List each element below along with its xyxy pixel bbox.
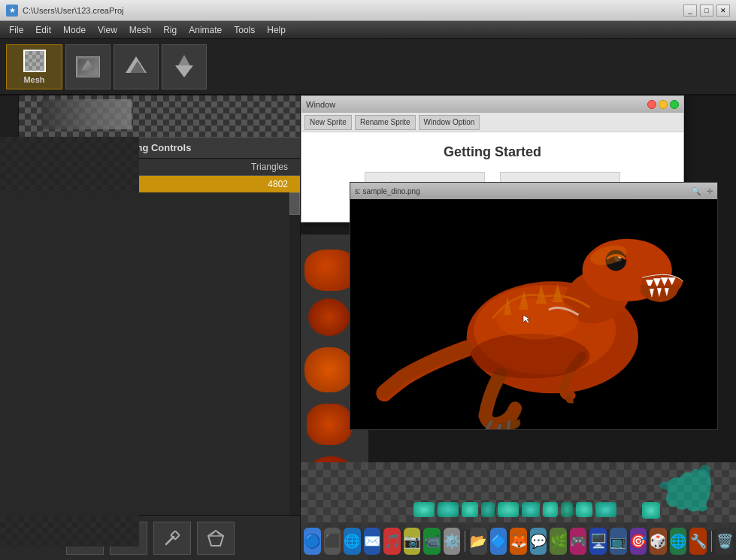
maximize-btn[interactable]: □ xyxy=(700,5,713,17)
menu-mesh[interactable]: Mesh xyxy=(123,23,157,37)
menu-edit[interactable]: Edit xyxy=(29,23,57,37)
window-controls: _ □ ✕ xyxy=(683,5,730,17)
meshing-controls-header: Meshing Controls xyxy=(0,137,300,159)
taskbar-icon-7[interactable]: 📹 xyxy=(423,528,441,555)
new-sprite-button[interactable]: New Sprite xyxy=(304,115,352,130)
glow-item-4 xyxy=(481,502,495,517)
menu-rig[interactable]: Rig xyxy=(157,23,183,37)
mesh-name-cell: TextureMesh0 xyxy=(0,176,180,193)
mesh-triangles-cell: 4802 xyxy=(180,176,300,193)
title-bar: ★ C:\Users\User\123.creaProj _ □ ✕ xyxy=(0,0,736,21)
getting-started-toolbar: New Sprite Rename Sprite Window Option xyxy=(301,113,683,132)
mac-taskbar: 🔵 ⬛ 🌐 ✉️ 🎵 📷 📹 ⚙️ 📂 🔷 🦊 💬 🌿 🎮 🖥️ 📺 🎯 🎲 🌐… xyxy=(301,522,736,560)
frame-tool-icon xyxy=(76,56,100,77)
getting-started-titlebar: Window xyxy=(301,96,683,113)
sprite-piece-4 xyxy=(307,404,352,445)
left-panel: Meshing Controls Meshes Triangles Textur… xyxy=(0,95,301,560)
dino-canvas[interactable] xyxy=(350,199,717,429)
dino-viewport-titlebar: s: sample_dino.png 🔍 ✛ xyxy=(350,183,717,199)
taskbar-separator xyxy=(465,531,465,552)
main-content: Meshing Controls Meshes Triangles Textur… xyxy=(0,95,736,560)
svg-marker-4 xyxy=(208,531,223,546)
meshes-column-header: Meshes xyxy=(0,159,180,176)
taskbar-trash-icon[interactable]: 🗑️ xyxy=(716,528,733,555)
glow-item-9 xyxy=(576,502,592,517)
taskbar-icon-6[interactable]: 📷 xyxy=(404,528,421,555)
svg-marker-1 xyxy=(121,531,136,544)
menu-file[interactable]: File xyxy=(3,23,29,37)
taskbar-icon-8[interactable]: ⚙️ xyxy=(444,528,461,555)
taskbar-icon-15[interactable]: 🖥️ xyxy=(589,528,607,555)
rename-sprite-button[interactable]: Rename Sprite xyxy=(355,115,416,130)
triangles-tool-button[interactable] xyxy=(114,44,159,89)
glow-items-row xyxy=(413,502,660,519)
window-option-button[interactable]: Window Option xyxy=(419,115,480,130)
glow-item-10 xyxy=(595,502,616,517)
diamond-icon xyxy=(207,529,225,547)
frame-tool-button[interactable] xyxy=(65,44,111,89)
paint-tool-icon xyxy=(171,53,198,80)
gs-close-btn[interactable] xyxy=(647,100,656,109)
menu-animate[interactable]: Animate xyxy=(183,23,228,37)
taskbar-icon-1[interactable]: 🔵 xyxy=(304,528,321,555)
zoom-icon: 🔍 xyxy=(692,187,701,195)
taskbar-icon-11[interactable]: 🦊 xyxy=(510,528,527,555)
sprite-piece-3 xyxy=(304,347,353,392)
taskbar-icon-5[interactable]: 🎵 xyxy=(383,528,401,555)
glow-item-6 xyxy=(522,502,540,517)
preview-sidebar xyxy=(0,95,19,137)
glow-item-8 xyxy=(561,502,573,517)
taskbar-icon-4[interactable]: ✉️ xyxy=(364,528,381,555)
polygon-tool-button[interactable] xyxy=(66,522,104,555)
taskbar-icon-3[interactable]: 🌐 xyxy=(344,528,361,555)
triangles-column-header: Triangles xyxy=(180,159,300,176)
mesh-list-scroll-area xyxy=(0,192,300,515)
svg-point-27 xyxy=(496,298,578,340)
meshing-section: Meshing Controls Meshes Triangles Textur… xyxy=(0,137,300,515)
getting-started-title: Getting Started xyxy=(313,144,671,160)
dinosaur-illustration xyxy=(350,199,717,429)
scrollbar-thumb[interactable] xyxy=(289,192,300,215)
mesh-tool-button[interactable]: Mesh xyxy=(6,44,62,89)
taskbar-icon-18[interactable]: 🎲 xyxy=(650,528,667,555)
taskbar-icon-14[interactable]: 🎮 xyxy=(570,528,587,555)
taskbar-icon-20[interactable]: 🔧 xyxy=(689,528,707,555)
svg-point-26 xyxy=(471,334,590,379)
hammer-tool-button[interactable] xyxy=(153,522,191,555)
gs-minimize-btn[interactable] xyxy=(659,100,668,109)
taskbar-icon-9[interactable]: 📂 xyxy=(470,528,487,555)
scrollbar-track[interactable] xyxy=(289,192,300,515)
table-row[interactable]: TextureMesh0 4802 xyxy=(0,176,300,193)
taskbar-icon-13[interactable]: 🌿 xyxy=(550,528,567,555)
close-btn[interactable]: ✕ xyxy=(716,5,730,17)
diamond-tool-button[interactable] xyxy=(197,522,235,555)
menu-view[interactable]: View xyxy=(92,23,123,37)
menu-mode[interactable]: Mode xyxy=(57,23,92,37)
triangle-tool-button[interactable] xyxy=(110,522,147,555)
taskbar-icon-2[interactable]: ⬛ xyxy=(324,528,341,555)
menu-tools[interactable]: Tools xyxy=(228,23,261,37)
mesh-tool-label: Mesh xyxy=(23,75,44,84)
taskbar-icon-12[interactable]: 💬 xyxy=(530,528,547,555)
glow-item-7 xyxy=(543,502,558,517)
glow-item-5 xyxy=(498,502,519,517)
taskbar-icon-17[interactable]: 🎯 xyxy=(630,528,647,555)
toolbar: Mesh xyxy=(0,39,736,95)
window-title: C:\Users\User\123.creaProj xyxy=(23,6,683,15)
gs-maximize-btn[interactable] xyxy=(670,100,679,109)
svg-marker-0 xyxy=(77,531,92,544)
taskbar-icon-10[interactable]: 🔷 xyxy=(490,528,507,555)
taskbar-icon-19[interactable]: 🌐 xyxy=(670,528,687,555)
app-icon: ★ xyxy=(6,5,18,17)
glow-item-3 xyxy=(462,502,478,517)
triangles-tool-icon xyxy=(123,53,150,80)
menu-help[interactable]: Help xyxy=(261,23,292,37)
triangle-icon xyxy=(120,529,138,547)
dino-viewport: s: sample_dino.png 🔍 ✛ xyxy=(350,182,718,430)
glow-item-1 xyxy=(413,502,435,517)
paint-tool-button[interactable] xyxy=(162,44,207,89)
taskbar-icon-16[interactable]: 📺 xyxy=(610,528,627,555)
bottom-toolbar xyxy=(0,515,300,560)
mesh-table: Meshes Triangles TextureMesh0 4802 xyxy=(0,159,300,192)
minimize-btn[interactable]: _ xyxy=(683,5,697,17)
